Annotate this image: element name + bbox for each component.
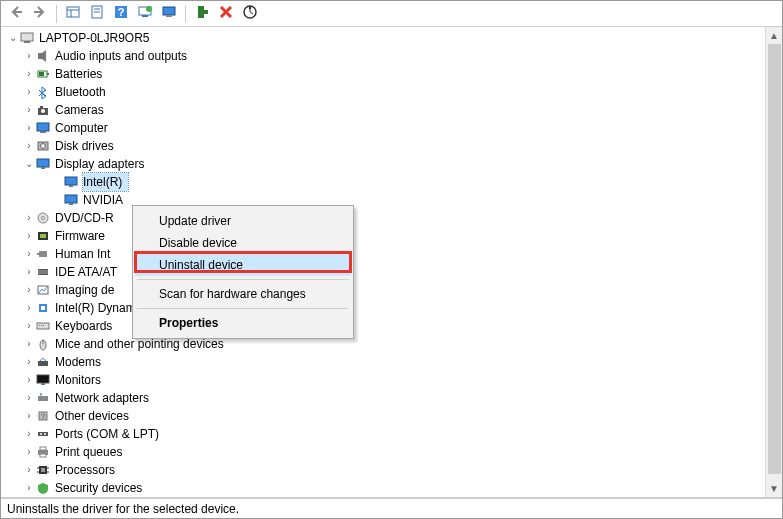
other-icon: ? — [35, 408, 51, 424]
caret-collapsed-icon[interactable]: › — [23, 425, 35, 443]
back-button[interactable] — [5, 3, 27, 25]
tree-category[interactable]: ›Ports (COM & LPT) — [1, 425, 765, 443]
help-button[interactable]: ? — [110, 3, 132, 25]
svg-rect-41 — [38, 269, 48, 275]
menu-item[interactable]: Update driver — [135, 210, 351, 232]
menu-item[interactable]: Uninstall device — [135, 254, 351, 276]
caret-collapsed-icon[interactable]: › — [23, 353, 35, 371]
tree-category[interactable]: ›Firmware — [1, 227, 765, 245]
display-icon — [35, 156, 51, 172]
tree-category[interactable]: ›Human Int — [1, 245, 765, 263]
caret-collapsed-icon[interactable]: › — [23, 335, 35, 353]
tree-device[interactable]: ·Intel(R) — [1, 173, 765, 191]
tree-root[interactable]: ⌄ LAPTOP-0LJR9OR5 — [1, 29, 765, 47]
caret-collapsed-icon[interactable]: › — [23, 443, 35, 461]
scroll-up-button[interactable]: ▲ — [766, 27, 782, 44]
forward-button[interactable] — [29, 3, 51, 25]
tree-category[interactable]: ›Disk drives — [1, 137, 765, 155]
caret-collapsed-icon[interactable]: › — [23, 461, 35, 479]
tree-category[interactable]: ›Processors — [1, 461, 765, 479]
caret-collapsed-icon[interactable]: › — [23, 281, 35, 299]
category-label: Bluetooth — [55, 83, 112, 101]
svg-rect-24 — [40, 106, 43, 108]
menu-separator — [137, 279, 349, 280]
caret-collapsed-icon[interactable]: › — [23, 137, 35, 155]
category-label: Computer — [55, 119, 114, 137]
caret-collapsed-icon[interactable]: › — [23, 389, 35, 407]
caret-collapsed-icon[interactable]: › — [23, 101, 35, 119]
show-hidden-button[interactable] — [158, 3, 180, 25]
modem-icon — [35, 354, 51, 370]
caret-collapsed-icon[interactable]: › — [23, 407, 35, 425]
mouse-icon — [35, 336, 51, 352]
tree-device[interactable]: ·NVIDIA — [1, 191, 765, 209]
tree-category[interactable]: ›Intel(R) Dynamic Platform and Thermal F… — [1, 299, 765, 317]
menu-item[interactable]: Disable device — [135, 232, 351, 254]
menu-item[interactable]: Scan for hardware changes — [135, 283, 351, 305]
tree-category[interactable]: ›Audio inputs and outputs — [1, 47, 765, 65]
tree-category[interactable]: ›Cameras — [1, 101, 765, 119]
category-label: Network adapters — [55, 389, 155, 407]
tree-category[interactable]: ›Network adapters — [1, 389, 765, 407]
update-driver-button[interactable] — [134, 3, 156, 25]
vertical-scrollbar[interactable]: ▲ ▼ — [765, 27, 782, 497]
firmware-icon — [35, 228, 51, 244]
category-label: IDE ATA/AT — [55, 263, 123, 281]
svg-rect-48 — [39, 325, 40, 326]
caret-collapsed-icon[interactable]: › — [23, 371, 35, 389]
monitor-icon — [35, 372, 51, 388]
tree-category[interactable]: ›Batteries — [1, 65, 765, 83]
tree-category[interactable]: ›IDE ATA/AT — [1, 263, 765, 281]
caret-collapsed-icon[interactable]: › — [23, 245, 35, 263]
tree-category[interactable]: ›Print queues — [1, 443, 765, 461]
caret-collapsed-icon[interactable]: › — [23, 317, 35, 335]
uninstall-button[interactable] — [215, 3, 237, 25]
caret-collapsed-icon[interactable]: › — [23, 299, 35, 317]
tree-category[interactable]: ›Computer — [1, 119, 765, 137]
menu-item[interactable]: Properties — [135, 312, 351, 334]
category-label: DVD/CD-R — [55, 209, 120, 227]
tree-category[interactable]: ›Keyboards — [1, 317, 765, 335]
toolbar: ? — [1, 1, 782, 27]
device-label: Intel(R) — [83, 173, 128, 191]
svg-rect-38 — [40, 234, 46, 238]
toolbar-separator — [56, 5, 57, 23]
category-label: Security devices — [55, 479, 148, 497]
caret-collapsed-icon[interactable]: › — [23, 119, 35, 137]
caret-collapsed-icon[interactable]: › — [23, 479, 35, 497]
caret-collapsed-icon[interactable]: › — [23, 47, 35, 65]
properties-button[interactable] — [86, 3, 108, 25]
tree-category[interactable]: ›?Other devices — [1, 407, 765, 425]
tree-category[interactable]: ›Mice and other pointing devices — [1, 335, 765, 353]
tree-category[interactable]: ›DVD/CD-R — [1, 209, 765, 227]
caret-expanded-icon[interactable]: ⌄ — [7, 29, 19, 47]
tree-category[interactable]: ›Modems — [1, 353, 765, 371]
device-tree[interactable]: ⌄ LAPTOP-0LJR9OR5 ›Audio inputs and outp… — [1, 27, 765, 497]
category-label: Batteries — [55, 65, 108, 83]
category-label: Processors — [55, 461, 121, 479]
update-driver-icon — [137, 4, 153, 23]
scan-hardware-button[interactable] — [239, 3, 261, 25]
svg-point-23 — [41, 109, 45, 113]
scroll-down-button[interactable]: ▼ — [766, 480, 782, 497]
caret-collapsed-icon[interactable]: › — [23, 227, 35, 245]
add-legacy-button[interactable] — [191, 3, 213, 25]
caret-collapsed-icon[interactable]: › — [23, 65, 35, 83]
svg-rect-49 — [41, 325, 42, 326]
tree-category[interactable]: ›Monitors — [1, 371, 765, 389]
caret-collapsed-icon[interactable]: › — [23, 263, 35, 281]
tree-category[interactable]: ›Security devices — [1, 479, 765, 497]
svg-point-10 — [146, 6, 152, 12]
svg-point-28 — [41, 144, 46, 149]
caret-expanded-icon[interactable]: ⌄ — [23, 155, 35, 173]
scroll-thumb[interactable] — [768, 44, 781, 474]
tree-category[interactable]: ⌄Display adapters — [1, 155, 765, 173]
tree-category[interactable]: ›Bluetooth — [1, 83, 765, 101]
tree-category[interactable]: ›Imaging de — [1, 281, 765, 299]
detail-view-button[interactable] — [62, 3, 84, 25]
category-label: Cameras — [55, 101, 110, 119]
caret-collapsed-icon[interactable]: › — [23, 83, 35, 101]
caret-collapsed-icon[interactable]: › — [23, 209, 35, 227]
svg-rect-26 — [40, 131, 46, 133]
svg-rect-16 — [21, 33, 33, 41]
